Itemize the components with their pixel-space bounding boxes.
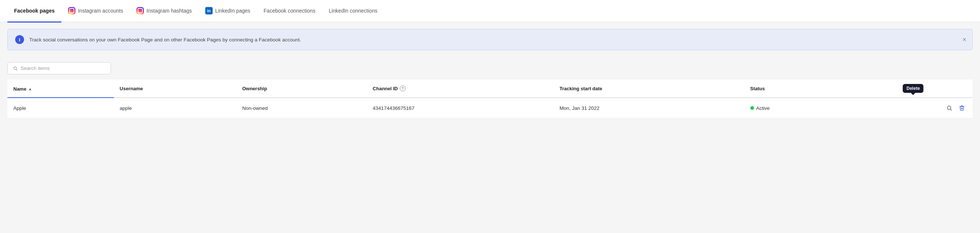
search-container — [0, 57, 980, 80]
col-header-username[interactable]: Username — [114, 80, 236, 97]
tab-instagram-accounts-label: Instagram accounts — [78, 8, 123, 14]
cell-status: Active — [745, 97, 854, 118]
info-icon: i — [15, 35, 24, 44]
table-row: Apple apple Non-owned 434174436675167 Mo… — [7, 97, 973, 118]
search-box — [7, 62, 111, 74]
delete-tooltip: Delete — [903, 84, 923, 93]
search-row-icon — [947, 105, 952, 111]
col-header-channel-id[interactable]: Channel ID ? — [367, 80, 554, 97]
search-icon — [13, 66, 18, 71]
cell-name: Apple — [7, 97, 114, 118]
tab-linkedin-connections[interactable]: LinkedIn connections — [322, 0, 384, 22]
tab-facebook-connections-label: Facebook connections — [264, 8, 315, 14]
tab-instagram-hashtags[interactable]: Instagram hashtags — [130, 0, 199, 22]
cell-actions — [854, 97, 973, 118]
instagram-hashtags-icon — [137, 7, 144, 14]
linkedin-icon: in — [205, 7, 213, 14]
row-search-button[interactable] — [945, 103, 954, 113]
instagram-icon — [68, 7, 75, 14]
search-input[interactable] — [21, 65, 105, 71]
status-label: Active — [756, 105, 770, 111]
svg-line-3 — [950, 109, 951, 110]
tab-linkedin-pages[interactable]: in LinkedIn pages — [199, 0, 257, 22]
tab-facebook-pages-label: Facebook pages — [14, 8, 55, 14]
page-container: Facebook pages Instagram accounts Instag… — [0, 0, 980, 233]
cell-tracking-start-date: Mon, Jan 31 2022 — [554, 97, 745, 118]
col-header-actions: Delete — [854, 80, 973, 97]
cell-username: apple — [114, 97, 236, 118]
tab-facebook-connections[interactable]: Facebook connections — [257, 0, 322, 22]
data-table: Name ▲ Username Ownership Channel ID ? — [7, 80, 973, 118]
info-banner: i Track social conversations on your own… — [7, 29, 973, 50]
tab-linkedin-pages-label: LinkedIn pages — [215, 8, 250, 14]
col-header-tracking-start-date[interactable]: Tracking start date — [554, 80, 745, 97]
table-container: Name ▲ Username Ownership Channel ID ? — [0, 80, 980, 118]
channel-id-help-icon[interactable]: ? — [400, 85, 406, 91]
cell-ownership: Non-owned — [236, 97, 367, 118]
cell-channel-id: 434174436675167 — [367, 97, 554, 118]
col-header-status[interactable]: Status — [745, 80, 854, 97]
tabs-bar: Facebook pages Instagram accounts Instag… — [0, 0, 980, 22]
row-delete-button[interactable] — [957, 103, 967, 113]
trash-icon — [959, 105, 965, 111]
tab-instagram-accounts[interactable]: Instagram accounts — [61, 0, 130, 22]
instagram-accounts-icon — [68, 7, 75, 14]
banner-close-button[interactable]: × — [962, 36, 966, 43]
instagram-icon-2 — [137, 7, 144, 14]
status-dot-active — [750, 106, 754, 110]
action-buttons — [860, 103, 967, 113]
col-header-name[interactable]: Name ▲ — [7, 80, 114, 97]
tab-instagram-hashtags-label: Instagram hashtags — [146, 8, 192, 14]
sort-asc-icon: ▲ — [28, 87, 32, 91]
col-header-ownership[interactable]: Ownership — [236, 80, 367, 97]
svg-line-1 — [16, 69, 17, 70]
linkedin-pages-icon: in — [205, 7, 213, 14]
tab-facebook-pages[interactable]: Facebook pages — [7, 0, 61, 22]
status-badge: Active — [750, 105, 848, 111]
table-header-row: Name ▲ Username Ownership Channel ID ? — [7, 80, 973, 97]
tab-linkedin-connections-label: LinkedIn connections — [329, 8, 377, 14]
banner-text: Track social conversations on your own F… — [29, 37, 965, 43]
